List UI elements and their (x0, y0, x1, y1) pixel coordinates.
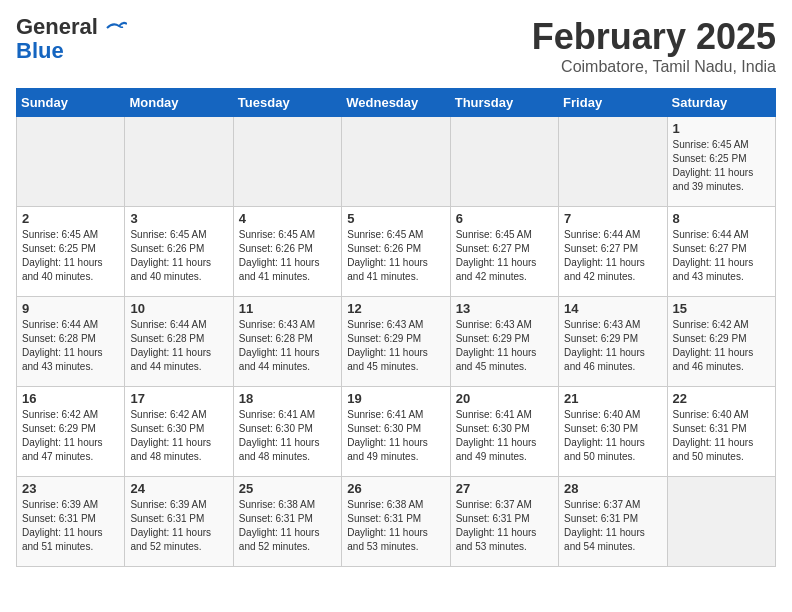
calendar-cell: 23Sunrise: 6:39 AMSunset: 6:31 PMDayligh… (17, 477, 125, 567)
calendar-body: 1Sunrise: 6:45 AMSunset: 6:25 PMDaylight… (17, 117, 776, 567)
calendar-cell: 14Sunrise: 6:43 AMSunset: 6:29 PMDayligh… (559, 297, 667, 387)
calendar-cell: 24Sunrise: 6:39 AMSunset: 6:31 PMDayligh… (125, 477, 233, 567)
cell-info: Sunrise: 6:41 AMSunset: 6:30 PMDaylight:… (347, 408, 444, 464)
day-number: 4 (239, 211, 336, 226)
day-number: 24 (130, 481, 227, 496)
header-day-thursday: Thursday (450, 89, 558, 117)
cell-info: Sunrise: 6:43 AMSunset: 6:29 PMDaylight:… (456, 318, 553, 374)
day-number: 6 (456, 211, 553, 226)
header-row: SundayMondayTuesdayWednesdayThursdayFrid… (17, 89, 776, 117)
calendar-cell: 13Sunrise: 6:43 AMSunset: 6:29 PMDayligh… (450, 297, 558, 387)
day-number: 28 (564, 481, 661, 496)
day-number: 16 (22, 391, 119, 406)
cell-info: Sunrise: 6:38 AMSunset: 6:31 PMDaylight:… (239, 498, 336, 554)
logo: General Blue (16, 16, 128, 64)
cell-info: Sunrise: 6:38 AMSunset: 6:31 PMDaylight:… (347, 498, 444, 554)
calendar-table: SundayMondayTuesdayWednesdayThursdayFrid… (16, 88, 776, 567)
day-number: 7 (564, 211, 661, 226)
calendar-header: SundayMondayTuesdayWednesdayThursdayFrid… (17, 89, 776, 117)
calendar-cell: 22Sunrise: 6:40 AMSunset: 6:31 PMDayligh… (667, 387, 775, 477)
calendar-cell (450, 117, 558, 207)
calendar-week-1: 1Sunrise: 6:45 AMSunset: 6:25 PMDaylight… (17, 117, 776, 207)
calendar-cell: 25Sunrise: 6:38 AMSunset: 6:31 PMDayligh… (233, 477, 341, 567)
calendar-cell: 28Sunrise: 6:37 AMSunset: 6:31 PMDayligh… (559, 477, 667, 567)
calendar-cell: 21Sunrise: 6:40 AMSunset: 6:30 PMDayligh… (559, 387, 667, 477)
calendar-cell (559, 117, 667, 207)
day-number: 10 (130, 301, 227, 316)
day-number: 25 (239, 481, 336, 496)
calendar-cell (17, 117, 125, 207)
month-year: February 2025 (532, 16, 776, 58)
day-number: 1 (673, 121, 770, 136)
calendar-cell: 12Sunrise: 6:43 AMSunset: 6:29 PMDayligh… (342, 297, 450, 387)
day-number: 22 (673, 391, 770, 406)
cell-info: Sunrise: 6:44 AMSunset: 6:28 PMDaylight:… (22, 318, 119, 374)
cell-info: Sunrise: 6:45 AMSunset: 6:26 PMDaylight:… (347, 228, 444, 284)
bird-icon (105, 20, 127, 36)
calendar-cell: 20Sunrise: 6:41 AMSunset: 6:30 PMDayligh… (450, 387, 558, 477)
day-number: 3 (130, 211, 227, 226)
calendar-cell: 8Sunrise: 6:44 AMSunset: 6:27 PMDaylight… (667, 207, 775, 297)
day-number: 26 (347, 481, 444, 496)
calendar-week-5: 23Sunrise: 6:39 AMSunset: 6:31 PMDayligh… (17, 477, 776, 567)
day-number: 27 (456, 481, 553, 496)
title-block: February 2025 Coimbatore, Tamil Nadu, In… (532, 16, 776, 76)
day-number: 12 (347, 301, 444, 316)
cell-info: Sunrise: 6:37 AMSunset: 6:31 PMDaylight:… (564, 498, 661, 554)
day-number: 2 (22, 211, 119, 226)
cell-info: Sunrise: 6:41 AMSunset: 6:30 PMDaylight:… (456, 408, 553, 464)
header-day-wednesday: Wednesday (342, 89, 450, 117)
cell-info: Sunrise: 6:43 AMSunset: 6:28 PMDaylight:… (239, 318, 336, 374)
day-number: 19 (347, 391, 444, 406)
cell-info: Sunrise: 6:45 AMSunset: 6:26 PMDaylight:… (239, 228, 336, 284)
day-number: 11 (239, 301, 336, 316)
calendar-week-3: 9Sunrise: 6:44 AMSunset: 6:28 PMDaylight… (17, 297, 776, 387)
calendar-cell: 17Sunrise: 6:42 AMSunset: 6:30 PMDayligh… (125, 387, 233, 477)
cell-info: Sunrise: 6:42 AMSunset: 6:30 PMDaylight:… (130, 408, 227, 464)
calendar-cell: 3Sunrise: 6:45 AMSunset: 6:26 PMDaylight… (125, 207, 233, 297)
cell-info: Sunrise: 6:45 AMSunset: 6:25 PMDaylight:… (673, 138, 770, 194)
header-day-saturday: Saturday (667, 89, 775, 117)
day-number: 18 (239, 391, 336, 406)
calendar-cell: 9Sunrise: 6:44 AMSunset: 6:28 PMDaylight… (17, 297, 125, 387)
cell-info: Sunrise: 6:41 AMSunset: 6:30 PMDaylight:… (239, 408, 336, 464)
calendar-cell: 6Sunrise: 6:45 AMSunset: 6:27 PMDaylight… (450, 207, 558, 297)
calendar-cell: 19Sunrise: 6:41 AMSunset: 6:30 PMDayligh… (342, 387, 450, 477)
location: Coimbatore, Tamil Nadu, India (532, 58, 776, 76)
cell-info: Sunrise: 6:42 AMSunset: 6:29 PMDaylight:… (22, 408, 119, 464)
day-number: 5 (347, 211, 444, 226)
calendar-cell: 16Sunrise: 6:42 AMSunset: 6:29 PMDayligh… (17, 387, 125, 477)
calendar-cell: 10Sunrise: 6:44 AMSunset: 6:28 PMDayligh… (125, 297, 233, 387)
cell-info: Sunrise: 6:42 AMSunset: 6:29 PMDaylight:… (673, 318, 770, 374)
cell-info: Sunrise: 6:44 AMSunset: 6:27 PMDaylight:… (673, 228, 770, 284)
calendar-cell (125, 117, 233, 207)
calendar-cell (667, 477, 775, 567)
calendar-cell: 18Sunrise: 6:41 AMSunset: 6:30 PMDayligh… (233, 387, 341, 477)
calendar-cell: 2Sunrise: 6:45 AMSunset: 6:25 PMDaylight… (17, 207, 125, 297)
day-number: 13 (456, 301, 553, 316)
day-number: 14 (564, 301, 661, 316)
cell-info: Sunrise: 6:40 AMSunset: 6:30 PMDaylight:… (564, 408, 661, 464)
calendar-cell: 1Sunrise: 6:45 AMSunset: 6:25 PMDaylight… (667, 117, 775, 207)
calendar-cell: 26Sunrise: 6:38 AMSunset: 6:31 PMDayligh… (342, 477, 450, 567)
calendar-cell: 27Sunrise: 6:37 AMSunset: 6:31 PMDayligh… (450, 477, 558, 567)
calendar-cell: 7Sunrise: 6:44 AMSunset: 6:27 PMDaylight… (559, 207, 667, 297)
day-number: 8 (673, 211, 770, 226)
day-number: 15 (673, 301, 770, 316)
cell-info: Sunrise: 6:43 AMSunset: 6:29 PMDaylight:… (564, 318, 661, 374)
logo-blue: Blue (16, 38, 64, 64)
cell-info: Sunrise: 6:45 AMSunset: 6:26 PMDaylight:… (130, 228, 227, 284)
cell-info: Sunrise: 6:44 AMSunset: 6:28 PMDaylight:… (130, 318, 227, 374)
cell-info: Sunrise: 6:45 AMSunset: 6:25 PMDaylight:… (22, 228, 119, 284)
calendar-cell: 15Sunrise: 6:42 AMSunset: 6:29 PMDayligh… (667, 297, 775, 387)
calendar-week-2: 2Sunrise: 6:45 AMSunset: 6:25 PMDaylight… (17, 207, 776, 297)
cell-info: Sunrise: 6:39 AMSunset: 6:31 PMDaylight:… (22, 498, 119, 554)
calendar-cell (342, 117, 450, 207)
header-day-tuesday: Tuesday (233, 89, 341, 117)
day-number: 9 (22, 301, 119, 316)
header-day-sunday: Sunday (17, 89, 125, 117)
cell-info: Sunrise: 6:44 AMSunset: 6:27 PMDaylight:… (564, 228, 661, 284)
calendar-cell: 4Sunrise: 6:45 AMSunset: 6:26 PMDaylight… (233, 207, 341, 297)
calendar-cell (233, 117, 341, 207)
cell-info: Sunrise: 6:39 AMSunset: 6:31 PMDaylight:… (130, 498, 227, 554)
